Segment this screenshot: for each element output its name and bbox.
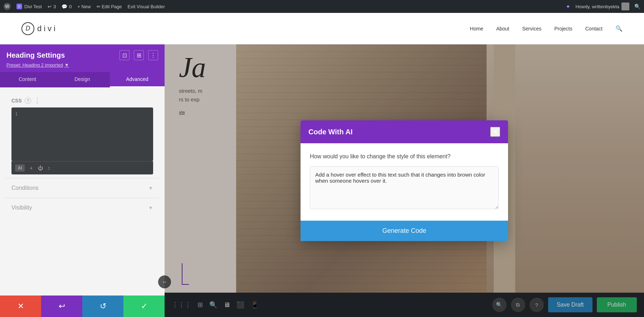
sidebar-panel: Heading Settings ⊡ ⊞ ⋮ Preset: Heading 2… xyxy=(0,44,165,317)
tab-content[interactable]: Content xyxy=(0,72,55,87)
cancel-icon: ✕ xyxy=(18,302,24,311)
ai-label: AI xyxy=(18,165,22,170)
modal-question: How would you like to change the style o… xyxy=(310,153,499,160)
undo-icon: ↩ xyxy=(59,302,65,311)
code-add-btn[interactable]: + xyxy=(30,165,33,171)
css-section: CSS ? ⋮ 1 AI + ⏻ ↕ xyxy=(6,93,159,178)
modal-close-btn[interactable]: ✕ xyxy=(490,127,500,137)
nav-about[interactable]: About xyxy=(496,26,509,32)
panel-title: Heading Settings xyxy=(6,51,65,59)
panel-actions: ✕ ↩ ↺ ✓ xyxy=(0,296,165,317)
tab-design[interactable]: Design xyxy=(55,72,109,87)
exit-builder-btn[interactable]: Exit Visual Builder xyxy=(128,4,165,9)
admin-bar-right: ✦ Howdy, writtenbyekta 🔍 xyxy=(566,3,640,10)
modal-title: Code With AI xyxy=(308,128,353,136)
visibility-label: Visibility xyxy=(11,205,32,211)
code-editor-content[interactable] xyxy=(15,111,150,154)
search-icon: 🔍 xyxy=(634,4,640,9)
confirm-button[interactable]: ✓ xyxy=(123,296,165,317)
wp-logo[interactable]: W xyxy=(4,3,11,10)
accordion-visibility[interactable]: Visibility ▼ xyxy=(6,198,159,217)
redo-icon: ↺ xyxy=(100,302,106,311)
cancel-button[interactable]: ✕ xyxy=(0,296,41,317)
code-line-number: 1 xyxy=(15,111,18,116)
content-area: Ja streets, mrs to exp yle + ⏻ xyxy=(165,44,644,317)
panel-preset: Preset: Heading 2 imported ▼ xyxy=(6,62,158,68)
panel-tabs: Content Design Advanced xyxy=(0,72,165,87)
code-editor-footer: AI + ⏻ ↕ xyxy=(11,161,153,174)
main-layout: Heading Settings ⊡ ⊞ ⋮ Preset: Heading 2… xyxy=(0,44,644,317)
visibility-arrow-icon: ▼ xyxy=(148,205,153,211)
css-help-btn[interactable]: ? xyxy=(25,97,31,104)
css-label: CSS xyxy=(11,98,22,104)
code-ai-btn[interactable]: AI xyxy=(15,164,25,172)
nav-home[interactable]: Home xyxy=(470,26,483,32)
panel-header: Heading Settings ⊡ ⊞ ⋮ Preset: Heading 2… xyxy=(0,44,165,72)
conditions-arrow-icon: ▼ xyxy=(148,185,153,191)
redo-button[interactable]: ↺ xyxy=(82,296,123,317)
panel-content: CSS ? ⋮ 1 AI + ⏻ ↕ C xyxy=(0,87,165,296)
generate-code-btn[interactable]: Generate Code xyxy=(301,221,508,241)
undo-button[interactable]: ↩ xyxy=(41,296,82,317)
wordpress-icon: W xyxy=(4,3,11,10)
ai-icon[interactable]: ✦ xyxy=(566,3,570,10)
site-search-icon[interactable]: 🔍 xyxy=(615,25,623,32)
edit-page-btn[interactable]: ✏ Edit Page xyxy=(97,4,122,9)
code-reset-btn[interactable]: ⏻ xyxy=(38,165,43,171)
confirm-icon: ✓ xyxy=(141,302,147,311)
panel-header-icons: ⊡ ⊞ ⋮ xyxy=(119,50,158,60)
admin-search-btn[interactable]: 🔍 xyxy=(634,4,640,9)
panel-icon-more[interactable]: ⋮ xyxy=(148,50,158,60)
modal-body: How would you like to change the style o… xyxy=(301,143,508,221)
modal-textarea[interactable]: Add a hover over effect to this text suc… xyxy=(310,166,499,209)
modal-header: Code With AI ✕ xyxy=(301,120,508,143)
comments-btn[interactable]: 💬 0 xyxy=(62,4,72,9)
close-icon: ✕ xyxy=(492,128,498,136)
code-arrows-btn[interactable]: ↕ xyxy=(48,165,50,171)
modal-overlay: Code With AI ✕ How would you like to cha… xyxy=(165,44,644,317)
site-icon: D xyxy=(16,4,22,9)
panel-icon-columns[interactable]: ⊞ xyxy=(134,50,144,60)
user-avatar xyxy=(621,3,629,10)
code-with-ai-modal: Code With AI ✕ How would you like to cha… xyxy=(301,120,508,241)
panel-icon-expand[interactable]: ⊡ xyxy=(119,50,130,60)
code-editor[interactable]: 1 xyxy=(11,107,153,161)
site-header: D divi Home About Services Projects Cont… xyxy=(0,13,644,44)
conditions-label: Conditions xyxy=(11,185,39,191)
nav-contact[interactable]: Contact xyxy=(585,26,602,32)
undo-btn[interactable]: ↩ 3 xyxy=(48,4,56,9)
admin-bar: W D Divi Test ↩ 3 💬 0 + New ✏ Edit Page … xyxy=(0,0,644,13)
css-more-btn[interactable]: ⋮ xyxy=(34,97,40,105)
main-nav: Home About Services Projects Contact 🔍 xyxy=(470,25,623,32)
logo-circle: D xyxy=(21,22,34,35)
accordion-conditions[interactable]: Conditions ▼ xyxy=(6,178,159,198)
site-name[interactable]: D Divi Test xyxy=(16,4,42,9)
tab-advanced[interactable]: Advanced xyxy=(110,72,165,87)
user-menu[interactable]: Howdy, writtenbyekta xyxy=(575,3,629,10)
nav-projects[interactable]: Projects xyxy=(554,26,572,32)
new-btn[interactable]: + New xyxy=(77,4,91,9)
site-logo: D divi xyxy=(21,22,58,35)
modal-footer: Generate Code xyxy=(301,221,508,241)
nav-services[interactable]: Services xyxy=(522,26,541,32)
